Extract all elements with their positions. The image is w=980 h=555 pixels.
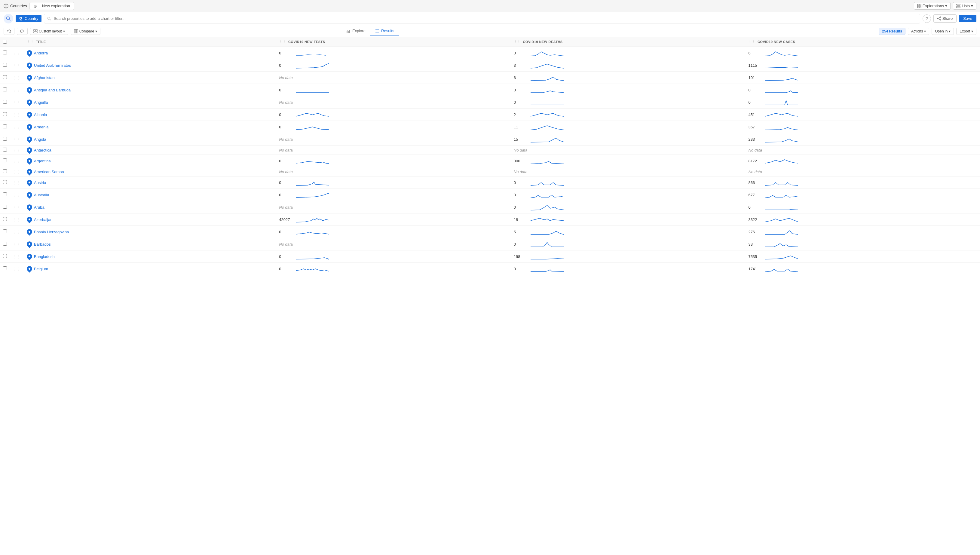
tests-sparkline <box>296 191 329 199</box>
drag-handle[interactable]: ⋮⋮ <box>13 51 21 55</box>
country-link[interactable]: United Arab Emirates <box>27 63 273 68</box>
row-checkbox[interactable] <box>3 242 7 245</box>
country-link[interactable]: Bangladesh <box>27 254 273 259</box>
tests-sparkline <box>296 123 329 131</box>
actions-button[interactable]: Actions ▾ <box>908 28 929 35</box>
row-checkbox[interactable] <box>3 100 7 104</box>
country-link[interactable]: Angola <box>27 136 273 142</box>
row-checkbox[interactable] <box>3 180 7 184</box>
country-link[interactable]: American Samoa <box>27 169 273 174</box>
deaths-sparkline <box>531 61 564 69</box>
row-checkbox[interactable] <box>3 159 7 162</box>
row-checkbox[interactable] <box>3 217 7 221</box>
row-checkbox[interactable] <box>3 169 7 173</box>
deaths-value: 6 <box>514 75 529 80</box>
drag-handle[interactable]: ⋮⋮ <box>13 63 21 67</box>
drag-handle[interactable]: ⋮⋮ <box>13 242 21 247</box>
country-link[interactable]: Argentina <box>27 158 273 164</box>
tab-results[interactable]: Results <box>370 27 399 35</box>
drag-handle[interactable]: ⋮⋮ <box>13 88 21 92</box>
row-checkbox[interactable] <box>3 192 7 196</box>
save-label: Save <box>963 16 972 21</box>
tab-explore[interactable]: Explore <box>341 27 370 35</box>
country-link[interactable]: Barbados <box>27 241 273 247</box>
drag-handle[interactable]: ⋮⋮ <box>13 100 21 104</box>
open-in-button[interactable]: Open in ▾ <box>932 28 954 35</box>
country-link[interactable]: Belgium <box>27 266 273 271</box>
drag-handle[interactable]: ⋮⋮ <box>13 193 21 197</box>
new-exploration-label: + New exploration <box>39 3 70 8</box>
lists-button[interactable]: Lists ▾ <box>953 2 977 10</box>
custom-layout-button[interactable]: Custom layout ▾ <box>30 28 68 35</box>
country-pin-icon <box>26 179 33 186</box>
redo-button[interactable] <box>17 28 28 35</box>
table-row: ⋮⋮ Anguilla No data 0 0 <box>0 96 980 109</box>
cases-value: 451 <box>748 112 763 117</box>
share-button[interactable]: Share <box>934 14 957 22</box>
cases-value: 8172 <box>748 159 763 163</box>
drag-handle[interactable]: ⋮⋮ <box>13 230 21 234</box>
drag-handle[interactable]: ⋮⋮ <box>13 112 21 117</box>
drag-handle[interactable]: ⋮⋮ <box>13 148 21 152</box>
row-checkbox[interactable] <box>3 205 7 209</box>
drag-handle[interactable]: ⋮⋮ <box>13 125 21 129</box>
tests-cell: 0 <box>279 110 508 119</box>
search-input[interactable] <box>53 16 917 21</box>
undo-button[interactable] <box>3 28 14 35</box>
no-data-cases: No data <box>748 170 762 174</box>
export-button[interactable]: Export ▾ <box>956 28 977 35</box>
country-link[interactable]: Afghanistan <box>27 75 273 80</box>
search-icon-button[interactable] <box>3 14 13 24</box>
row-checkbox[interactable] <box>3 75 7 79</box>
drag-handle[interactable]: ⋮⋮ <box>13 217 21 222</box>
cases-cell: 866 <box>748 178 977 187</box>
svg-rect-24 <box>74 29 76 33</box>
row-checkbox[interactable] <box>3 112 7 116</box>
country-link[interactable]: Austria <box>27 180 273 185</box>
country-link[interactable]: Andorra <box>27 50 273 56</box>
tests-cell: 0 <box>279 61 508 69</box>
country-link[interactable]: Albania <box>27 112 273 117</box>
explorations-button[interactable]: Explorations ▾ <box>914 2 951 10</box>
table-row: ⋮⋮ Albania 0 2 451 <box>0 109 980 121</box>
new-exploration-tab[interactable]: ⊕ + New exploration <box>29 2 74 10</box>
drag-handle[interactable]: ⋮⋮ <box>13 170 21 174</box>
drag-handle[interactable]: ⋮⋮ <box>13 75 21 80</box>
drag-handle[interactable]: ⋮⋮ <box>13 205 21 210</box>
export-chevron: ▾ <box>971 29 973 34</box>
drag-handle[interactable]: ⋮⋮ <box>13 137 21 141</box>
row-checkbox[interactable] <box>3 137 7 141</box>
drag-handle[interactable]: ⋮⋮ <box>13 254 21 259</box>
row-checkbox[interactable] <box>3 266 7 270</box>
row-checkbox[interactable] <box>3 229 7 233</box>
cases-value: 6 <box>748 51 763 55</box>
svg-rect-25 <box>76 29 78 33</box>
drag-handle[interactable]: ⋮⋮ <box>13 180 21 185</box>
country-link[interactable]: Antarctica <box>27 147 273 153</box>
save-button[interactable]: Save <box>959 15 977 22</box>
row-checkbox[interactable] <box>3 63 7 67</box>
country-link[interactable]: Azerbaijan <box>27 217 273 222</box>
country-name: Azerbaijan <box>34 217 52 222</box>
country-name: Bangladesh <box>34 254 55 259</box>
country-link[interactable]: Anguilla <box>27 99 273 105</box>
country-link[interactable]: Aruba <box>27 204 273 210</box>
row-checkbox[interactable] <box>3 148 7 152</box>
search-input-wrapper[interactable] <box>44 14 920 24</box>
help-button[interactable]: ? <box>922 14 931 23</box>
custom-layout-label: Custom layout <box>39 29 62 34</box>
deaths-sparkline <box>531 49 564 57</box>
row-checkbox[interactable] <box>3 254 7 258</box>
country-link[interactable]: Australia <box>27 192 273 197</box>
compare-icon <box>74 29 78 34</box>
drag-handle[interactable]: ⋮⋮ <box>13 159 21 163</box>
row-checkbox[interactable] <box>3 125 7 128</box>
row-checkbox[interactable] <box>3 88 7 91</box>
compare-button[interactable]: Compare ▾ <box>70 28 101 35</box>
select-all-checkbox[interactable] <box>3 40 7 43</box>
country-link[interactable]: Bosnia Herzegovina <box>27 229 273 234</box>
country-link[interactable]: Armenia <box>27 124 273 130</box>
drag-handle[interactable]: ⋮⋮ <box>13 267 21 271</box>
row-checkbox[interactable] <box>3 51 7 55</box>
country-link[interactable]: Antigua and Barbuda <box>27 87 273 93</box>
